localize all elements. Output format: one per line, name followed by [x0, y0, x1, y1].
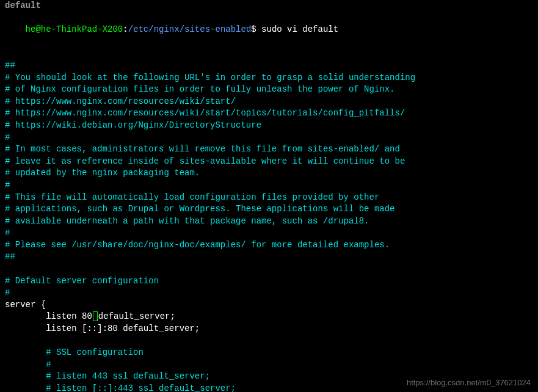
comment-text: # of Nginx configuration files in order …: [5, 84, 395, 94]
prompt-path: /etc/nginx/sites-enabled: [128, 24, 252, 34]
comment-text: # applications, such as Drupal or Wordpr…: [5, 204, 395, 214]
comment-text: # updated by the nginx packaging team.: [5, 168, 200, 178]
comment-text: # You should look at the following URL's…: [5, 73, 415, 82]
editor-line[interactable]: # applications, such as Drupal or Wordpr…: [5, 203, 533, 216]
editor-line[interactable]: # Please see /usr/share/doc/nginx-doc/ex…: [5, 239, 533, 252]
comment-text: # available underneath a path with that …: [5, 216, 369, 226]
directive-text: listen [::]:80 default_server;: [5, 324, 200, 333]
editor-line[interactable]: # of Nginx configuration files in order …: [5, 84, 533, 96]
watermark-text: https://blog.csdn.net/m0_37621024: [407, 377, 531, 388]
editor-line[interactable]: # This file will automatically load conf…: [5, 192, 533, 204]
prompt-user-host: he@he-ThinkPad-X200: [26, 24, 123, 34]
comment-text: #: [5, 360, 51, 369]
comment-text: #: [5, 288, 10, 297]
editor-line[interactable]: # SSL configuration: [5, 347, 533, 359]
editor-line[interactable]: #: [5, 180, 533, 192]
editor-line[interactable]: # https://wiki.debian.org/Nginx/Director…: [5, 120, 533, 132]
comment-text: # Default server configuration: [5, 276, 159, 286]
editor-line[interactable]: #: [5, 359, 533, 371]
editor-line[interactable]: # available underneath a path with that …: [5, 216, 533, 228]
comment-text: # In most cases, administrators will rem…: [5, 144, 400, 154]
editor-line[interactable]: # You should look at the following URL's…: [5, 72, 533, 84]
comment-text: # Please see /usr/share/doc/nginx-doc/ex…: [5, 240, 390, 250]
editor-line[interactable]: ##: [5, 251, 533, 263]
editor-line[interactable]: # Default server configuration: [5, 275, 533, 288]
prompt-separator: :: [123, 24, 128, 34]
previous-output-cutoff: default: [5, 0, 533, 12]
editor-line[interactable]: # In most cases, administrators will rem…: [5, 143, 533, 156]
editor-cursor: [93, 311, 98, 321]
editor-content[interactable]: ### You should look at the following URL…: [5, 60, 533, 392]
comment-text: # listen 443 ssl default_server;: [5, 371, 210, 381]
editor-line[interactable]: ##: [5, 60, 533, 72]
directive-text: listen 80: [5, 311, 92, 321]
comment-text: #: [5, 228, 10, 238]
comment-text: ##: [5, 252, 15, 261]
editor-line[interactable]: # leave it as reference inside of sites-…: [5, 156, 533, 168]
editor-line[interactable]: listen 80default_server;: [5, 311, 533, 323]
editor-line[interactable]: server {: [5, 299, 533, 311]
comment-text: # listen [::]:443 ssl default_server;: [5, 383, 236, 392]
editor-line[interactable]: # updated by the nginx packaging team.: [5, 167, 533, 180]
comment-text: # https://wiki.debian.org/Nginx/Director…: [5, 120, 261, 130]
editor-line[interactable]: #: [5, 132, 533, 144]
editor-line[interactable]: # https://www.nginx.com/resources/wiki/s…: [5, 96, 533, 108]
comment-text: #: [5, 180, 10, 190]
comment-text: # SSL configuration: [5, 347, 144, 357]
prompt-dollar: $: [251, 24, 256, 34]
editor-line[interactable]: listen [::]:80 default_server;: [5, 323, 533, 335]
editor-line[interactable]: [5, 263, 533, 275]
directive-text: default_server;: [98, 311, 175, 321]
editor-line[interactable]: #: [5, 227, 533, 239]
comment-text: ##: [5, 60, 15, 70]
prompt-line: he@he-ThinkPad-X200:/etc/nginx/sites-ena…: [5, 12, 533, 48]
comment-text: # leave it as reference inside of sites-…: [5, 156, 405, 166]
editor-line[interactable]: #: [5, 287, 533, 299]
comment-text: # This file will automatically load conf…: [5, 192, 379, 202]
editor-line[interactable]: [5, 335, 533, 347]
directive-text: server {: [5, 300, 46, 310]
terminal-viewport[interactable]: default he@he-ThinkPad-X200:/etc/nginx/s…: [0, 0, 538, 392]
comment-text: # https://www.nginx.com/resources/wiki/s…: [5, 108, 405, 118]
blank-line: [5, 48, 533, 60]
command-text: sudo vi default: [261, 24, 338, 34]
comment-text: #: [5, 132, 10, 142]
comment-text: # https://www.nginx.com/resources/wiki/s…: [5, 96, 236, 106]
editor-line[interactable]: # https://www.nginx.com/resources/wiki/s…: [5, 107, 533, 120]
